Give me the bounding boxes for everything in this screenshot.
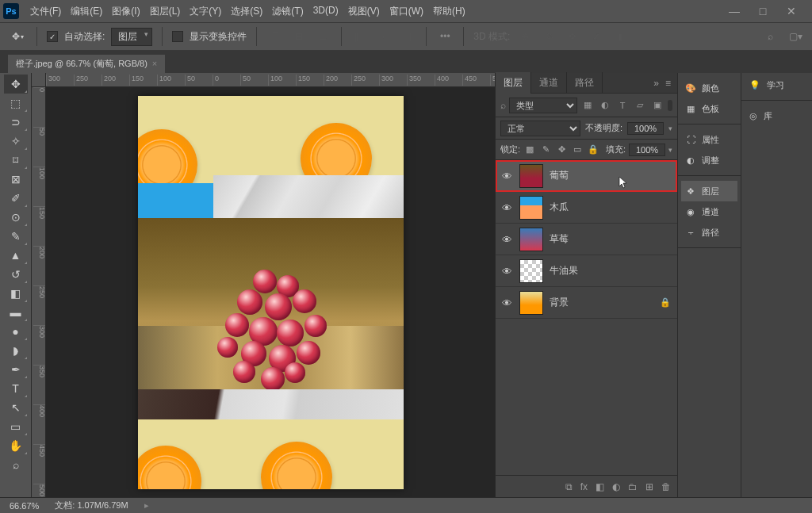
path-select-tool[interactable]: ↖ xyxy=(4,398,28,417)
visibility-icon[interactable]: 👁 xyxy=(502,266,513,277)
showtransform-checkbox[interactable] xyxy=(172,31,183,42)
menu-item[interactable]: 文字(Y) xyxy=(185,2,226,21)
filter-type-icon[interactable]: T xyxy=(615,98,630,113)
opacity-flyout-icon[interactable]: ▾ xyxy=(668,124,672,132)
layer-row[interactable]: 👁 背景 🔒 xyxy=(496,287,677,319)
gradient-tool[interactable]: ▬ xyxy=(4,303,28,322)
filter-pixel-icon[interactable]: ▦ xyxy=(580,98,595,113)
layer-thumbnail[interactable] xyxy=(519,259,543,283)
newlayer-icon[interactable]: ⊞ xyxy=(645,481,653,492)
layer-thumbnail[interactable] xyxy=(519,228,543,251)
close-btn[interactable]: ✕ xyxy=(783,5,799,17)
maximize-btn[interactable]: □ xyxy=(755,5,771,17)
side-panel-item[interactable]: ▦色板 xyxy=(681,98,737,119)
fill-flyout-icon[interactable]: ▾ xyxy=(668,146,672,154)
eyedropper-tool[interactable]: ✐ xyxy=(4,189,28,208)
autoselect-target[interactable]: 图层 xyxy=(111,28,152,46)
move-tool[interactable]: ✥ xyxy=(4,75,28,94)
visibility-icon[interactable]: 👁 xyxy=(502,202,513,213)
menu-item[interactable]: 视图(V) xyxy=(343,2,385,21)
menu-item[interactable]: 选择(S) xyxy=(226,2,267,21)
frame-tool[interactable]: ⊠ xyxy=(4,170,28,189)
menu-item[interactable]: 图像(I) xyxy=(107,2,144,21)
side-panel-item[interactable]: ⫟路径 xyxy=(681,222,737,243)
menu-item[interactable]: 3D(D) xyxy=(308,2,343,21)
align-right-icon[interactable]: ⎹| xyxy=(399,28,416,45)
panel-collapse-icon[interactable]: » xyxy=(653,78,659,89)
shape-tool[interactable]: ▭ xyxy=(4,417,28,436)
heal-tool[interactable]: ⊙ xyxy=(4,208,28,227)
brush-tool[interactable]: ✎ xyxy=(4,227,28,246)
zoom-level[interactable]: 66.67% xyxy=(10,501,39,511)
opacity-input[interactable] xyxy=(627,122,664,135)
visibility-icon[interactable]: 👁 xyxy=(502,297,513,308)
align-hcenter-icon[interactable]: ⫟ xyxy=(375,28,393,45)
eraser-tool[interactable]: ◧ xyxy=(4,284,28,303)
history-brush-tool[interactable]: ↺ xyxy=(4,265,28,284)
layer-thumbnail[interactable] xyxy=(519,196,543,220)
align-vcenter-icon[interactable]: ⊟ xyxy=(290,28,308,45)
lock-pos-icon[interactable]: ✥ xyxy=(555,144,568,156)
zoom-tool[interactable]: ⌕ xyxy=(4,455,28,474)
rail-item[interactable]: ◎库 xyxy=(741,104,812,128)
side-panel-item[interactable]: ❖图层 xyxy=(681,181,737,201)
menu-item[interactable]: 图层(L) xyxy=(145,2,186,21)
align-bottom-icon[interactable]: ⎽ xyxy=(314,28,331,45)
document-tab[interactable]: 橙子.jpeg @ 66.7% (葡萄, RGB/8) × xyxy=(8,55,165,73)
lasso-tool[interactable]: ⊃ xyxy=(4,113,28,132)
align-top-icon[interactable]: ⎺ xyxy=(266,28,284,45)
rail-item[interactable]: 💡学习 xyxy=(741,73,812,97)
filter-shape-icon[interactable]: ▱ xyxy=(633,98,647,113)
quickselect-tool[interactable]: ✧ xyxy=(4,132,28,151)
menu-item[interactable]: 滤镜(T) xyxy=(267,2,308,21)
filter-smart-icon[interactable]: ▣ xyxy=(650,98,665,113)
link-icon[interactable]: ⧉ xyxy=(565,481,573,492)
more-icon[interactable]: ••• xyxy=(436,28,454,45)
filter-adjust-icon[interactable]: ◐ xyxy=(598,98,612,113)
visibility-icon[interactable]: 👁 xyxy=(502,234,513,245)
lock-trans-icon[interactable]: ▩ xyxy=(523,144,536,156)
stamp-tool[interactable]: ▲ xyxy=(4,246,28,265)
layer-row[interactable]: 👁 葡萄 xyxy=(496,160,677,192)
delete-icon[interactable]: 🗑 xyxy=(661,481,671,492)
layer-row[interactable]: 👁 牛油果 xyxy=(496,255,677,287)
side-panel-item[interactable]: ◉通道 xyxy=(681,201,737,222)
side-panel-item[interactable]: ⛶属性 xyxy=(681,129,737,150)
minimize-btn[interactable]: — xyxy=(726,5,742,17)
tab-channels[interactable]: 通道 xyxy=(531,72,567,94)
pen-tool[interactable]: ✒ xyxy=(4,360,28,379)
mask-icon[interactable]: ◧ xyxy=(596,481,604,492)
fill-input[interactable] xyxy=(629,144,665,156)
layer-thumbnail[interactable] xyxy=(519,291,543,315)
tab-layers[interactable]: 图层 xyxy=(496,72,531,94)
adjustment-icon[interactable]: ◐ xyxy=(612,481,620,492)
menu-item[interactable]: 帮助(H) xyxy=(428,2,470,21)
group-icon[interactable]: 🗀 xyxy=(628,481,638,492)
tab-close-icon[interactable]: × xyxy=(152,59,157,68)
panel-menu-icon[interactable]: ≡ xyxy=(665,78,671,89)
fx-icon[interactable]: fx xyxy=(580,481,588,492)
filter-type-select[interactable]: 类型 xyxy=(509,98,577,113)
type-tool[interactable]: T xyxy=(4,379,28,398)
side-panel-item[interactable]: 🎨颜色 xyxy=(681,78,737,98)
blend-mode-select[interactable]: 正常 xyxy=(500,121,580,136)
search-icon[interactable]: ⌕ xyxy=(761,28,779,45)
side-panel-item[interactable]: ◐调整 xyxy=(681,150,737,170)
layer-row[interactable]: 👁 木瓜 xyxy=(496,192,677,224)
crop-tool[interactable]: ⌑ xyxy=(4,151,28,170)
marquee-tool[interactable]: ⬚ xyxy=(4,94,28,113)
layer-row[interactable]: 👁 草莓 xyxy=(496,224,677,255)
layer-thumbnail[interactable] xyxy=(519,164,543,188)
dodge-tool[interactable]: ◗ xyxy=(4,341,28,360)
menu-item[interactable]: 编辑(E) xyxy=(66,2,107,21)
menu-item[interactable]: 文件(F) xyxy=(25,2,66,21)
align-left-icon[interactable]: |⎸ xyxy=(351,28,369,45)
lock-paint-icon[interactable]: ✎ xyxy=(539,144,552,156)
visibility-icon[interactable]: 👁 xyxy=(502,170,513,182)
menu-item[interactable]: 窗口(W) xyxy=(385,2,428,21)
workspace-icon[interactable]: ▢▾ xyxy=(787,28,804,45)
tab-paths[interactable]: 路径 xyxy=(567,72,603,94)
hand-tool[interactable]: ✋ xyxy=(4,436,28,455)
canvas[interactable] xyxy=(46,87,495,497)
lock-all-icon[interactable]: 🔒 xyxy=(587,144,599,156)
